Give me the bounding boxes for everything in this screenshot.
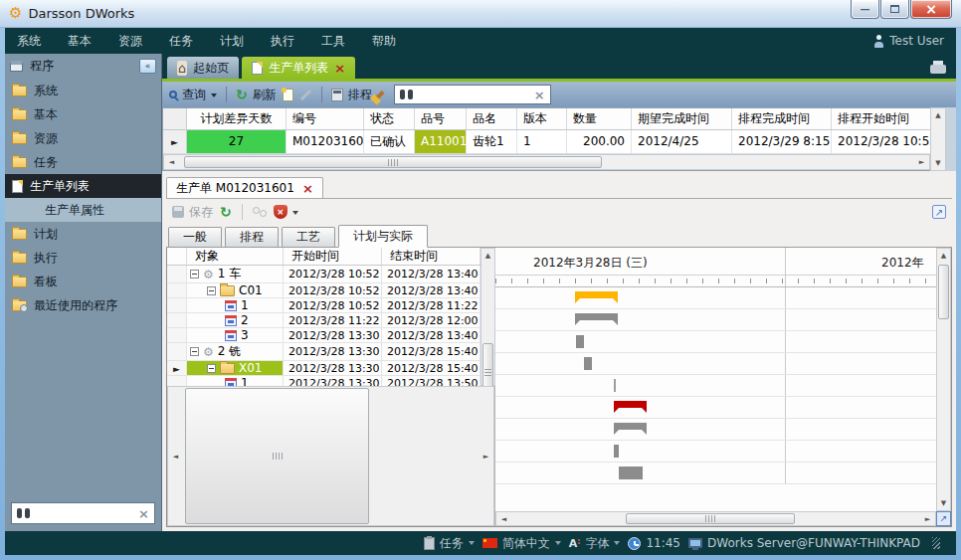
tree-expander-icon[interactable] bbox=[207, 364, 216, 373]
sidebar-item-执行[interactable]: 执行 bbox=[5, 246, 161, 270]
dropdown-caret-icon[interactable] bbox=[469, 541, 475, 548]
menu-item-3[interactable]: 资源 bbox=[118, 33, 142, 50]
gantt-row-C01[interactable] bbox=[495, 309, 936, 331]
menu-item-7[interactable]: 工具 bbox=[321, 33, 345, 50]
start-time-cell[interactable]: 2012/3/28 10:52 bbox=[284, 283, 382, 297]
sidebar-collapse-button[interactable] bbox=[139, 59, 156, 74]
tree-row-X01[interactable]: X012012/3/28 13:302012/3/28 15:40 bbox=[167, 361, 480, 376]
grid-column-header-计划差异天数[interactable]: 计划差异天数 bbox=[187, 108, 287, 129]
tree-vertical-scrollbar[interactable] bbox=[480, 248, 495, 386]
scrollbar-thumb[interactable] bbox=[626, 513, 795, 524]
detail-tab-一般[interactable]: 一般 bbox=[168, 227, 222, 247]
gantt-row-1[interactable] bbox=[495, 331, 936, 353]
task-status-button[interactable]: 任务 bbox=[424, 535, 475, 552]
gantt-bar-X01[interactable] bbox=[614, 423, 647, 430]
scroll-down-icon[interactable] bbox=[936, 496, 951, 510]
validate-button[interactable] bbox=[274, 205, 298, 219]
scrollbar-thumb[interactable] bbox=[938, 265, 949, 319]
grid-column-header-排程完成时间[interactable]: 排程完成时间 bbox=[732, 108, 832, 129]
tree-object-cell[interactable]: 2 铣 bbox=[187, 343, 284, 360]
language-selector[interactable]: 简体中文 bbox=[482, 535, 561, 552]
sidebar-item-基本[interactable]: 基本 bbox=[5, 102, 161, 126]
scroll-left-icon[interactable] bbox=[164, 158, 179, 166]
grid-column-header-版本[interactable]: 版本 bbox=[517, 108, 567, 129]
close-tab-icon[interactable] bbox=[334, 61, 345, 76]
sidebar-item-生产单属性[interactable]: 生产单属性 bbox=[5, 198, 161, 222]
detail-tab-排程[interactable]: 排程 bbox=[225, 227, 279, 247]
tree-row-1 车[interactable]: 1 车2012/3/28 10:522012/3/28 13:40 bbox=[167, 266, 480, 283]
tree-expander-icon[interactable] bbox=[190, 347, 199, 356]
gantt-row-X01[interactable] bbox=[495, 419, 936, 441]
clear-search-icon[interactable] bbox=[534, 89, 545, 101]
scroll-right-icon[interactable] bbox=[914, 158, 929, 166]
scroll-up-icon[interactable] bbox=[931, 108, 946, 122]
start-time-cell[interactable]: 2012/3/28 13:30 bbox=[284, 343, 382, 360]
scroll-left-icon[interactable] bbox=[496, 515, 511, 523]
detail-document-tab[interactable]: 生产单 M012031601 bbox=[166, 177, 323, 198]
close-tab-icon[interactable] bbox=[302, 181, 313, 196]
grid-column-header-品名[interactable]: 品名 bbox=[467, 108, 517, 129]
gantt-bar-1[interactable] bbox=[614, 445, 619, 458]
grid-cell-状态[interactable]: 已确认 bbox=[364, 130, 415, 154]
scroll-right-icon[interactable] bbox=[920, 515, 935, 523]
start-time-cell[interactable]: 2012/3/28 10:52 bbox=[284, 266, 382, 282]
tree-object-cell[interactable]: X01 bbox=[187, 361, 284, 375]
tree-expander-icon[interactable] bbox=[207, 286, 216, 295]
gantt-bar-3[interactable] bbox=[614, 379, 616, 392]
grid-horizontal-scrollbar[interactable] bbox=[163, 154, 930, 170]
gantt-bar-1 车[interactable] bbox=[575, 291, 618, 298]
end-time-cell[interactable]: 2012/3/28 13:40 bbox=[382, 328, 480, 342]
gantt-row-2[interactable] bbox=[495, 463, 936, 484]
scroll-right-icon[interactable] bbox=[479, 453, 493, 461]
grid-column-header-状态[interactable]: 状态 bbox=[364, 108, 415, 129]
gantt-horizontal-scrollbar[interactable] bbox=[495, 511, 936, 526]
grid-cell-编号[interactable]: M012031601 bbox=[287, 130, 364, 154]
tree-object-cell[interactable]: 1 车 bbox=[187, 266, 284, 282]
end-time-cell[interactable]: 2012/3/28 15:40 bbox=[382, 343, 480, 360]
gantt-row-2[interactable] bbox=[495, 353, 936, 375]
gantt-bar-2 铣[interactable] bbox=[614, 401, 647, 408]
close-button[interactable] bbox=[910, 0, 952, 19]
tree-column-header-开始时间[interactable]: 开始时间 bbox=[284, 248, 382, 265]
schedule-button[interactable]: 排程 bbox=[331, 87, 372, 103]
maximize-button[interactable] bbox=[880, 0, 909, 19]
new-button[interactable] bbox=[283, 89, 293, 101]
grid-vertical-scrollbar[interactable] bbox=[930, 107, 946, 171]
gantt-row-1 车[interactable] bbox=[495, 287, 936, 309]
edit-button[interactable] bbox=[299, 93, 312, 96]
minimize-button[interactable] bbox=[851, 0, 879, 19]
gantt-row-3[interactable] bbox=[495, 375, 936, 397]
sidebar-item-资源[interactable]: 资源 bbox=[5, 126, 161, 150]
sidebar-item-任务[interactable]: 任务 bbox=[5, 150, 161, 174]
grid-cell-品名[interactable]: 齿轮1 bbox=[467, 130, 517, 154]
sidebar-item-最近使用的程序[interactable]: 最近使用的程序 bbox=[5, 293, 161, 317]
grid-column-header-品号[interactable]: 品号 bbox=[415, 108, 467, 129]
tree-expander-icon[interactable] bbox=[190, 270, 199, 279]
toolbar-search-box[interactable] bbox=[394, 85, 551, 104]
clear-search-icon[interactable] bbox=[138, 507, 149, 520]
detail-tab-计划与实际[interactable]: 计划与实际 bbox=[338, 225, 428, 248]
open-in-window-icon[interactable] bbox=[932, 205, 946, 219]
scrollbar-thumb[interactable] bbox=[185, 388, 369, 524]
gantt-bar-1[interactable] bbox=[576, 335, 584, 348]
link-button[interactable] bbox=[253, 207, 267, 217]
font-selector[interactable]: 字体 bbox=[569, 535, 621, 552]
grid-cell-计划差异天数[interactable]: 27 bbox=[187, 130, 287, 154]
dropdown-caret-icon[interactable] bbox=[555, 541, 561, 548]
grid-cell-品号[interactable]: A11001 bbox=[415, 130, 467, 154]
detail-refresh-button[interactable] bbox=[220, 205, 232, 220]
scroll-up-icon[interactable] bbox=[480, 249, 495, 263]
grid-column-header-编号[interactable]: 编号 bbox=[287, 108, 364, 129]
tree-object-cell[interactable]: 3 bbox=[187, 328, 284, 342]
tab-生产单列表[interactable]: 生产单列表 bbox=[242, 57, 355, 79]
tree-column-header-对象[interactable]: 对象 bbox=[187, 248, 284, 265]
scroll-left-icon[interactable] bbox=[168, 453, 183, 461]
start-time-cell[interactable]: 2012/3/28 13:30 bbox=[284, 328, 382, 342]
menu-item-6[interactable]: 执行 bbox=[271, 33, 294, 50]
grid-cell-排程完成时间[interactable]: 2012/3/29 8:15 bbox=[732, 130, 832, 154]
scrollbar-thumb[interactable] bbox=[184, 156, 602, 168]
menu-item-2[interactable]: 基本 bbox=[68, 33, 92, 50]
dropdown-caret-icon[interactable] bbox=[614, 541, 620, 548]
sidebar-item-生产单列表[interactable]: 生产单列表 bbox=[5, 174, 161, 198]
grid-cell-期望完成时间[interactable]: 2012/4/25 bbox=[632, 130, 732, 154]
